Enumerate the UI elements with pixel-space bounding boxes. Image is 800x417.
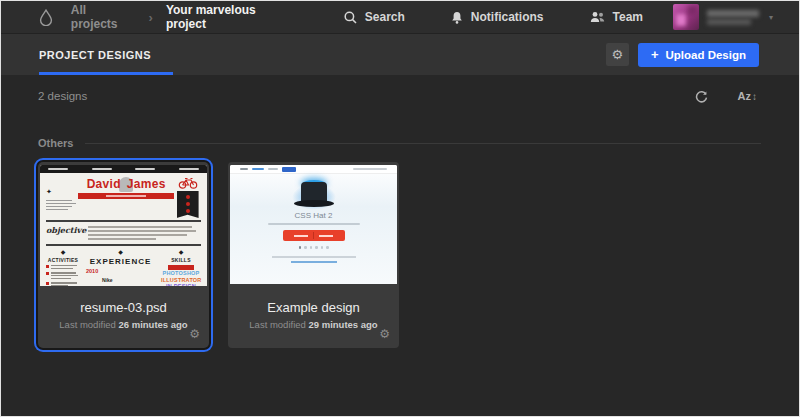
resume-header-right [174,177,201,218]
csshat-footer-line [272,256,356,258]
resume-page: ✦ DavidJames [40,165,207,286]
bell-icon [451,11,463,24]
diamond-icon: ◆ [46,249,80,256]
csshat-hero: CSS Hat 2 [230,182,397,263]
skill-item: IN DESIGN [161,283,201,286]
experience-year: 2010 [86,268,99,286]
design-title: resume-03.psd [38,300,209,315]
top-bar: All projects › Your marvelous project Se… [1,1,799,34]
design-title: Example design [228,300,399,315]
chevron-down-icon: ▾ [769,13,773,22]
design-settings-gear-icon[interactable]: ⚙ [189,327,200,341]
diamond-icon: ◆ [86,249,155,256]
resume-name-last: James [124,177,169,191]
resume-columns: ◆ ACTIVITIES ◆ EXPERIENCE 2010 [40,246,207,286]
breadcrumb-chevron-icon: › [149,10,153,25]
skills-heading: SKILLS [161,257,201,263]
csshat-title: CSS Hat 2 [230,211,397,220]
team-people-icon [590,11,605,23]
resume-header: ✦ DavidJames [40,173,207,218]
resume-objective-text-lines [88,225,201,242]
activities-heading: ACTIVITIES [46,257,80,263]
team-button[interactable]: Team [590,10,643,24]
resume-name: DavidJames [78,177,174,191]
section-divider [85,143,761,144]
sort-alphabetical-button[interactable]: Az ↕ [738,90,757,102]
section-title: Others [38,137,73,149]
resume-objective-label: objective [46,225,88,242]
resume-nav [40,165,207,173]
diamond-icon: ◆ [161,249,201,256]
activity-item [46,265,80,270]
modified-ago: 26 minutes ago [118,319,187,330]
tab-project-designs[interactable]: PROJECT DESIGNS [39,34,173,75]
user-name-redacted [707,10,759,25]
resume-col-activities: ◆ ACTIVITIES [46,249,80,286]
csshat-nav [230,165,397,174]
search-label: Search [365,10,405,24]
active-tab-indicator [39,72,173,75]
design-thumbnail-example: CSS Hat 2 [228,162,399,291]
refresh-icon [695,90,708,103]
top-bar-right: Search Notifications Team ▾ [298,4,773,30]
search-button[interactable]: Search [344,10,405,24]
sort-direction-icon: ↕ [752,91,757,102]
app-window: All projects › Your marvelous project Se… [0,0,800,417]
notifications-label: Notifications [471,10,544,24]
tab-bar-actions: ⚙ + Upload Design [606,43,759,67]
upload-design-button[interactable]: + Upload Design [638,43,759,67]
plus-icon: + [651,47,659,62]
csshat-page: CSS Hat 2 [230,165,397,284]
design-card-example[interactable]: CSS Hat 2 Example design Last modified [228,162,399,348]
resume-objective-row: objective [40,222,207,242]
csshat-footer-link-line [291,261,337,263]
tab-project-designs-label: PROJECT DESIGNS [39,49,151,61]
resume-logo-block: ✦ [46,177,78,218]
resume-subtitle-bar [78,193,174,199]
csshat-subtitle-line [268,223,360,225]
designs-count: 2 designs [38,90,87,102]
gear-icon: ⚙ [612,47,624,62]
activity-item [46,282,80,286]
project-settings-button[interactable]: ⚙ [606,43,629,66]
experience-entry: 2010 Nike [86,268,155,286]
resume-ribbon [177,191,199,218]
breadcrumb-all-projects[interactable]: All projects [71,3,136,31]
design-thumbnail-resume: ✦ DavidJames [38,162,209,291]
skill-item: PHOTOSHOP [161,270,201,277]
list-toolbar: 2 designs Az ↕ [1,75,799,117]
resume-logo-icon: ✦ [46,188,52,195]
design-settings-gear-icon[interactable]: ⚙ [379,327,390,341]
breadcrumb-current-project: Your marvelous project [166,3,298,31]
card-footer: Example design Last modified 29 minutes … [228,291,399,348]
experience-company: Nike [102,277,113,283]
list-toolbar-right: Az ↕ [695,90,757,103]
activity-item [46,272,80,280]
app-logo-droplet-icon[interactable] [39,8,55,26]
bicycle-icon [178,177,198,189]
design-modified: Last modified 29 minutes ago [228,319,399,330]
resume-name-first: David [84,177,124,191]
modified-ago: 29 minutes ago [308,319,377,330]
design-cards-row: ✦ DavidJames [38,162,761,348]
refresh-button[interactable] [695,90,708,103]
designs-area: Others ✦ [1,117,799,348]
user-menu[interactable]: ▾ [673,4,773,30]
team-label: Team [613,10,643,24]
experience-heading: EXPERIENCE [86,257,155,266]
resume-col-experience: ◆ EXPERIENCE 2010 Nike 2008 Past Company [86,249,155,286]
top-hat-icon [294,182,334,207]
notifications-button[interactable]: Notifications [451,10,544,24]
csshat-red-button [283,230,345,241]
user-avatar [673,4,699,30]
resume-title-block: DavidJames [78,177,174,218]
modified-prefix: Last modified [249,319,306,330]
upload-design-label: Upload Design [665,49,746,61]
sort-az-label: Az [738,90,751,102]
design-card-resume[interactable]: ✦ DavidJames [38,162,209,348]
resume-col-skills: ◆ SKILLS PHOTOSHOP ILLUSTRATOR IN DESIGN… [161,249,201,286]
modified-prefix: Last modified [59,319,116,330]
csshat-pagination-dots [230,246,397,249]
section-others: Others [38,137,761,149]
card-footer: resume-03.psd Last modified 26 minutes a… [38,291,209,348]
